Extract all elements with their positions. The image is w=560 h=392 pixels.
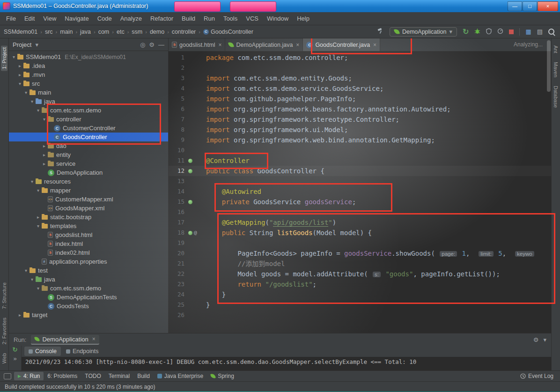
tree-item-src[interactable]: ▾src: [9, 79, 168, 88]
menu-item-run[interactable]: Run: [199, 13, 219, 24]
toolwindow-button-4-run[interactable]: ▶4: Run: [14, 372, 44, 380]
code-line-11[interactable]: 11@Controller: [169, 155, 551, 166]
scrollbar-thumb[interactable]: [547, 40, 551, 92]
tree-item-goodslist-html[interactable]: 5goodslist.html: [9, 230, 168, 239]
tree-item-test[interactable]: ▾test: [9, 266, 168, 275]
spring-bean-gutter-icon[interactable]: [188, 200, 192, 204]
code-area[interactable]: 1package com.etc.ssm.demo.controller;23i…: [169, 52, 551, 333]
code-line-7[interactable]: 7import org.springframework.stereotype.C…: [169, 114, 551, 125]
tree-item-java[interactable]: ▾java: [9, 97, 168, 106]
tree-item-goodstests[interactable]: CGoodsTests: [9, 302, 168, 311]
tree-item-goodscontroller[interactable]: CGoodsController: [9, 133, 168, 141]
tree-item-mvn[interactable]: ▸.mvn: [9, 70, 168, 79]
tree-item-static-bootstrap[interactable]: ▸static.bootstrap: [9, 213, 168, 222]
spring-bean-gutter-icon[interactable]: [188, 231, 192, 235]
search-everywhere-icon[interactable]: [548, 29, 554, 35]
tool-button-database[interactable]: Database: [553, 86, 559, 108]
toolwindow-button-todo[interactable]: TODO: [81, 372, 104, 380]
tree-chevron-icon[interactable]: ▾: [41, 117, 47, 122]
code-line-20[interactable]: 20 PageInfo<Goods> pageInfo = goodsServi…: [169, 248, 551, 259]
build-hammer-icon[interactable]: [377, 28, 384, 36]
tree-chevron-icon[interactable]: ▸: [17, 312, 23, 318]
code-line-12[interactable]: 12public class GoodsController {: [169, 166, 551, 176]
menu-item-edit[interactable]: Edit: [20, 13, 39, 24]
profiler-button[interactable]: [497, 28, 503, 36]
tab-goodslist-html[interactable]: 5goodslist.html×: [169, 38, 225, 51]
tree-item-demoapplicationtests[interactable]: SDemoApplicationTests: [9, 293, 168, 302]
code-line-13[interactable]: 13: [169, 176, 551, 186]
tree-chevron-icon[interactable]: ▾: [29, 277, 35, 282]
menu-item-tools[interactable]: Tools: [219, 13, 242, 24]
hide-panel-icon[interactable]: —: [158, 42, 164, 48]
tree-item-target[interactable]: ▸target: [9, 311, 168, 319]
code-line-22[interactable]: 22 Model goods = model.addAttribute( s: …: [169, 269, 551, 279]
breadcrumb-item-src[interactable]: src: [45, 29, 53, 35]
code-line-15[interactable]: 15 private GoodsService goodsService;: [169, 197, 551, 207]
menu-item-view[interactable]: View: [39, 13, 60, 24]
tree-chevron-icon[interactable]: ▾: [29, 99, 35, 104]
tree-chevron-icon[interactable]: ▾: [11, 54, 17, 59]
tree-item-demoapplication[interactable]: SDemoApplication: [9, 168, 168, 177]
tree-item-resources[interactable]: ▾resources: [9, 177, 168, 186]
settings-gear-icon[interactable]: ⚙: [149, 42, 155, 48]
menu-item-code[interactable]: Code: [93, 13, 116, 24]
toolwindow-button-build[interactable]: Build: [133, 372, 154, 380]
menu-item-navigate[interactable]: Navigate: [60, 13, 93, 24]
tree-item-application-properties[interactable]: #application.properties: [9, 257, 168, 266]
code-line-10[interactable]: 10: [169, 145, 551, 155]
menu-item-refactor[interactable]: Refactor: [146, 13, 177, 24]
stop-button[interactable]: [509, 30, 514, 34]
project-panel-title[interactable]: Project: [13, 41, 31, 48]
breadcrumb-item-ssmdemo01[interactable]: SSMdemo01: [4, 29, 37, 35]
rerun-application-button[interactable]: ↻: [463, 28, 469, 36]
toolwindow-switcher-icon[interactable]: [4, 373, 11, 379]
tree-item-customercontroller[interactable]: CCustomerController: [9, 124, 168, 133]
code-line-3[interactable]: 3import com.etc.ssm.demo.entity.Goods;: [169, 73, 551, 83]
screen-recorder-overlay-button-2[interactable]: [230, 1, 276, 12]
expand-icon[interactable]: »: [13, 355, 16, 362]
tree-chevron-icon[interactable]: ▾: [29, 179, 35, 184]
tree-chevron-icon[interactable]: ▸: [41, 143, 47, 148]
menu-item-help[interactable]: Help: [293, 13, 314, 24]
menu-item-analyze[interactable]: Analyze: [116, 13, 146, 24]
tree-item-main[interactable]: ▾main: [9, 88, 168, 97]
spring-bean-gutter-icon[interactable]: [188, 169, 192, 173]
toolwindow-button-java-enterprise[interactable]: Java Enterprise: [154, 372, 207, 380]
breadcrumb-item-ssm[interactable]: ssm: [132, 29, 142, 35]
tree-item-entity[interactable]: ▸entity: [9, 150, 168, 159]
spring-bean-gutter-icon[interactable]: [188, 159, 192, 163]
editor-scrollbar[interactable]: [546, 38, 551, 333]
run-configuration-select[interactable]: DemoApplication ▾: [390, 27, 457, 37]
tree-item-java[interactable]: ▾java: [9, 275, 168, 284]
tab-close-icon[interactable]: ×: [373, 42, 376, 48]
run-view-tab-endpoints[interactable]: Endpoints: [62, 347, 103, 356]
tree-chevron-icon[interactable]: ▸: [41, 161, 47, 166]
menu-item-vcs[interactable]: VCS: [242, 13, 263, 24]
breadcrumb-item-etc[interactable]: etc: [117, 29, 125, 35]
toolwindow-button-spring[interactable]: Spring: [207, 372, 238, 380]
code-line-1[interactable]: 1package com.etc.ssm.demo.controller;: [169, 52, 551, 63]
tab-close-icon[interactable]: ×: [218, 42, 221, 48]
tree-item-ssmdemo01[interactable]: ▾SSMdemo01E:\Ex_idea\SSMdemo01: [9, 52, 168, 61]
tool-button-ant[interactable]: Ant: [553, 45, 559, 53]
code-line-26[interactable]: 26: [169, 310, 551, 320]
code-line-5[interactable]: 5import com.github.pagehelper.PageInfo;: [169, 94, 551, 104]
captures-icon[interactable]: ▦: [525, 29, 531, 35]
tree-chevron-icon[interactable]: ▾: [23, 90, 29, 95]
code-line-2[interactable]: 2: [169, 63, 551, 73]
tab-demoapplication-java[interactable]: DemoApplication.java×: [225, 38, 303, 51]
run-tab-demoapplication[interactable]: DemoApplication ×: [31, 335, 99, 345]
tree-item-controller[interactable]: ▾controller: [9, 115, 168, 124]
breadcrumb-item-main[interactable]: main: [60, 29, 73, 35]
tree-item-index-html[interactable]: 5index.html: [9, 239, 168, 248]
code-line-18[interactable]: 18@ public String listGoods(Model model)…: [169, 228, 551, 238]
code-line-24[interactable]: 24 }: [169, 289, 551, 300]
tree-chevron-icon[interactable]: ▾: [35, 108, 41, 113]
maximize-button[interactable]: □: [523, 1, 537, 11]
tree-item-idea[interactable]: ▸.idea: [9, 61, 168, 70]
code-line-8[interactable]: 8import org.springframework.ui.Model;: [169, 125, 551, 135]
code-line-25[interactable]: 25}: [169, 300, 551, 310]
code-line-17[interactable]: 17 @GetMapping("api/goods/list"): [169, 217, 551, 228]
breadcrumb-item-goodscontroller[interactable]: CGoodsController: [203, 29, 253, 35]
tree-chevron-icon[interactable]: ▸: [17, 63, 23, 68]
